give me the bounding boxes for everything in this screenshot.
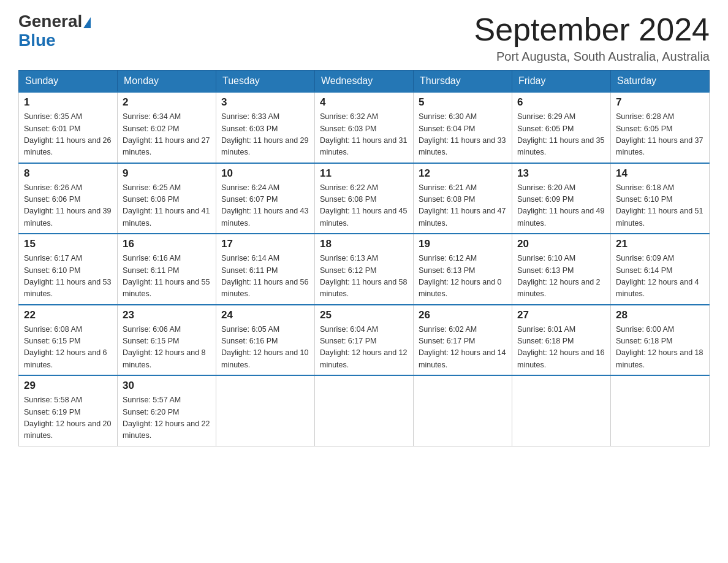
- calendar-cell: 14 Sunrise: 6:18 AMSunset: 6:10 PMDaylig…: [611, 163, 710, 234]
- weekday-header-friday: Friday: [512, 71, 611, 93]
- calendar-cell: [315, 375, 414, 446]
- day-info: Sunrise: 6:26 AMSunset: 6:06 PMDaylight:…: [24, 182, 112, 230]
- day-number: 29: [24, 380, 112, 392]
- day-number: 7: [616, 96, 704, 109]
- calendar-week-row: 22 Sunrise: 6:08 AMSunset: 6:15 PMDaylig…: [19, 305, 710, 376]
- calendar-cell: [414, 375, 512, 446]
- day-number: 22: [24, 309, 112, 321]
- calendar-cell: 29 Sunrise: 5:58 AMSunset: 6:19 PMDaylig…: [19, 375, 118, 446]
- month-title: September 2024: [474, 12, 710, 47]
- calendar-cell: 10 Sunrise: 6:24 AMSunset: 6:07 PMDaylig…: [216, 163, 315, 234]
- day-number: 8: [24, 167, 112, 180]
- day-info: Sunrise: 6:35 AMSunset: 6:01 PMDaylight:…: [24, 111, 112, 159]
- day-number: 19: [419, 238, 507, 250]
- calendar-week-row: 15 Sunrise: 6:17 AMSunset: 6:10 PMDaylig…: [19, 234, 710, 305]
- day-info: Sunrise: 5:57 AMSunset: 6:20 PMDaylight:…: [123, 394, 211, 442]
- calendar-cell: 18 Sunrise: 6:13 AMSunset: 6:12 PMDaylig…: [315, 234, 414, 305]
- calendar-cell: 15 Sunrise: 6:17 AMSunset: 6:10 PMDaylig…: [19, 234, 118, 305]
- calendar-cell: 28 Sunrise: 6:00 AMSunset: 6:18 PMDaylig…: [611, 305, 710, 376]
- day-info: Sunrise: 6:30 AMSunset: 6:04 PMDaylight:…: [419, 111, 507, 159]
- day-info: Sunrise: 6:28 AMSunset: 6:05 PMDaylight:…: [616, 111, 704, 159]
- day-info: Sunrise: 6:22 AMSunset: 6:08 PMDaylight:…: [320, 182, 408, 230]
- weekday-header-tuesday: Tuesday: [216, 71, 315, 93]
- day-info: Sunrise: 6:01 AMSunset: 6:18 PMDaylight:…: [517, 324, 605, 372]
- day-number: 12: [419, 167, 507, 180]
- day-number: 6: [517, 96, 605, 109]
- calendar-cell: 30 Sunrise: 5:57 AMSunset: 6:20 PMDaylig…: [118, 375, 216, 446]
- calendar-cell: 9 Sunrise: 6:25 AMSunset: 6:06 PMDayligh…: [118, 163, 216, 234]
- calendar-cell: 1 Sunrise: 6:35 AMSunset: 6:01 PMDayligh…: [19, 92, 118, 163]
- day-info: Sunrise: 6:00 AMSunset: 6:18 PMDaylight:…: [616, 324, 704, 372]
- day-info: Sunrise: 6:09 AMSunset: 6:14 PMDaylight:…: [616, 253, 704, 301]
- day-number: 1: [24, 96, 112, 109]
- day-info: Sunrise: 6:14 AMSunset: 6:11 PMDaylight:…: [221, 253, 309, 301]
- day-info: Sunrise: 6:18 AMSunset: 6:10 PMDaylight:…: [616, 182, 704, 230]
- calendar-cell: [216, 375, 315, 446]
- calendar-cell: 27 Sunrise: 6:01 AMSunset: 6:18 PMDaylig…: [512, 305, 611, 376]
- day-number: 30: [123, 380, 211, 392]
- day-info: Sunrise: 6:16 AMSunset: 6:11 PMDaylight:…: [123, 253, 211, 301]
- calendar-cell: 21 Sunrise: 6:09 AMSunset: 6:14 PMDaylig…: [611, 234, 710, 305]
- title-block: September 2024 Port Augusta, South Austr…: [474, 12, 710, 64]
- day-number: 18: [320, 238, 408, 250]
- logo-general-text: General: [18, 12, 82, 31]
- day-info: Sunrise: 6:04 AMSunset: 6:17 PMDaylight:…: [320, 324, 408, 372]
- day-number: 10: [221, 167, 309, 180]
- logo: General Blue: [18, 12, 91, 50]
- calendar-week-row: 29 Sunrise: 5:58 AMSunset: 6:19 PMDaylig…: [19, 375, 710, 446]
- weekday-header-row: SundayMondayTuesdayWednesdayThursdayFrid…: [19, 71, 710, 93]
- calendar-week-row: 8 Sunrise: 6:26 AMSunset: 6:06 PMDayligh…: [19, 163, 710, 234]
- calendar-cell: 20 Sunrise: 6:10 AMSunset: 6:13 PMDaylig…: [512, 234, 611, 305]
- day-info: Sunrise: 6:29 AMSunset: 6:05 PMDaylight:…: [517, 111, 605, 159]
- calendar-cell: [611, 375, 710, 446]
- weekday-header-thursday: Thursday: [414, 71, 512, 93]
- day-number: 23: [123, 309, 211, 321]
- day-number: 17: [221, 238, 309, 250]
- calendar-cell: 16 Sunrise: 6:16 AMSunset: 6:11 PMDaylig…: [118, 234, 216, 305]
- day-info: Sunrise: 6:34 AMSunset: 6:02 PMDaylight:…: [123, 111, 211, 159]
- day-number: 9: [123, 167, 211, 180]
- day-number: 21: [616, 238, 704, 250]
- day-number: 28: [616, 309, 704, 321]
- day-info: Sunrise: 6:02 AMSunset: 6:17 PMDaylight:…: [419, 324, 507, 372]
- calendar-cell: 26 Sunrise: 6:02 AMSunset: 6:17 PMDaylig…: [414, 305, 512, 376]
- calendar-cell: 24 Sunrise: 6:05 AMSunset: 6:16 PMDaylig…: [216, 305, 315, 376]
- day-info: Sunrise: 6:13 AMSunset: 6:12 PMDaylight:…: [320, 253, 408, 301]
- weekday-header-monday: Monday: [118, 71, 216, 93]
- calendar-cell: 4 Sunrise: 6:32 AMSunset: 6:03 PMDayligh…: [315, 92, 414, 163]
- day-info: Sunrise: 6:33 AMSunset: 6:03 PMDaylight:…: [221, 111, 309, 159]
- calendar-cell: 5 Sunrise: 6:30 AMSunset: 6:04 PMDayligh…: [414, 92, 512, 163]
- day-number: 5: [419, 96, 507, 109]
- day-info: Sunrise: 5:58 AMSunset: 6:19 PMDaylight:…: [24, 394, 112, 442]
- calendar-cell: [512, 375, 611, 446]
- day-info: Sunrise: 6:06 AMSunset: 6:15 PMDaylight:…: [123, 324, 211, 372]
- calendar-cell: 17 Sunrise: 6:14 AMSunset: 6:11 PMDaylig…: [216, 234, 315, 305]
- calendar-cell: 2 Sunrise: 6:34 AMSunset: 6:02 PMDayligh…: [118, 92, 216, 163]
- calendar-cell: 3 Sunrise: 6:33 AMSunset: 6:03 PMDayligh…: [216, 92, 315, 163]
- calendar-cell: 22 Sunrise: 6:08 AMSunset: 6:15 PMDaylig…: [19, 305, 118, 376]
- location-subtitle: Port Augusta, South Australia, Australia: [474, 50, 710, 64]
- day-info: Sunrise: 6:32 AMSunset: 6:03 PMDaylight:…: [320, 111, 408, 159]
- day-info: Sunrise: 6:08 AMSunset: 6:15 PMDaylight:…: [24, 324, 112, 372]
- day-number: 25: [320, 309, 408, 321]
- calendar-cell: 8 Sunrise: 6:26 AMSunset: 6:06 PMDayligh…: [19, 163, 118, 234]
- weekday-header-sunday: Sunday: [19, 71, 118, 93]
- day-number: 3: [221, 96, 309, 109]
- calendar-cell: 12 Sunrise: 6:21 AMSunset: 6:08 PMDaylig…: [414, 163, 512, 234]
- logo-blue-text: Blue: [18, 31, 91, 50]
- day-number: 4: [320, 96, 408, 109]
- calendar-cell: 23 Sunrise: 6:06 AMSunset: 6:15 PMDaylig…: [118, 305, 216, 376]
- day-number: 11: [320, 167, 408, 180]
- day-number: 27: [517, 309, 605, 321]
- day-info: Sunrise: 6:12 AMSunset: 6:13 PMDaylight:…: [419, 253, 507, 301]
- day-number: 2: [123, 96, 211, 109]
- calendar-table: SundayMondayTuesdayWednesdayThursdayFrid…: [18, 70, 710, 446]
- day-info: Sunrise: 6:24 AMSunset: 6:07 PMDaylight:…: [221, 182, 309, 230]
- day-info: Sunrise: 6:25 AMSunset: 6:06 PMDaylight:…: [123, 182, 211, 230]
- day-info: Sunrise: 6:05 AMSunset: 6:16 PMDaylight:…: [221, 324, 309, 372]
- calendar-cell: 13 Sunrise: 6:20 AMSunset: 6:09 PMDaylig…: [512, 163, 611, 234]
- day-number: 15: [24, 238, 112, 250]
- day-number: 20: [517, 238, 605, 250]
- calendar-cell: 7 Sunrise: 6:28 AMSunset: 6:05 PMDayligh…: [611, 92, 710, 163]
- day-number: 13: [517, 167, 605, 180]
